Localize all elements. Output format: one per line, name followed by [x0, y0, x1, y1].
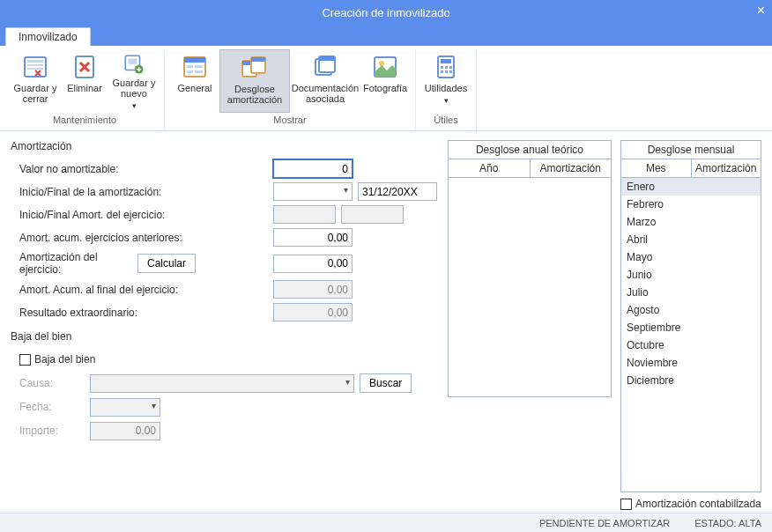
buscar-button[interactable]: Buscar — [360, 373, 412, 393]
general-button[interactable]: General — [170, 49, 219, 113]
tabla-mensual-body[interactable]: EneroFebreroMarzoAbrilMayoJunioJulioAgos… — [621, 178, 761, 491]
tabla-anual-col-ano: Año — [449, 159, 531, 177]
calcular-button[interactable]: Calcular — [137, 254, 196, 273]
valor-no-amort-input[interactable] — [273, 159, 353, 178]
importe-input — [90, 422, 160, 440]
documentacion-button[interactable]: Documentación asociada — [290, 49, 360, 113]
tabla-anual: Desglose anual teórico Año Amortización — [448, 140, 612, 397]
amort-contab-checkbox[interactable] — [620, 499, 632, 510]
table-row[interactable]: Febrero — [621, 196, 761, 213]
tabstrip: Inmovilizado — [0, 25, 772, 46]
inicio-amort-date[interactable] — [273, 182, 353, 201]
statusbar: PENDIENTE DE AMORTIZAR ESTADO: ALTA — [0, 513, 772, 532]
table-row[interactable]: Marzo — [621, 213, 761, 231]
amort-ejercicio-input[interactable] — [273, 255, 353, 273]
ribbon-group-label-utiles: Útiles — [434, 113, 458, 129]
save-close-button[interactable]: Guardar y cerrar — [11, 49, 60, 113]
table-row[interactable]: Junio — [621, 266, 761, 284]
tab-inmovilizado[interactable]: Inmovilizado — [5, 27, 91, 46]
final-ejercicio-input — [341, 205, 404, 224]
svg-rect-2 — [27, 64, 43, 66]
svg-rect-27 — [449, 66, 452, 69]
fotografia-button[interactable]: Fotografía — [360, 49, 410, 113]
calculator-icon — [432, 53, 460, 81]
svg-rect-1 — [27, 60, 43, 63]
desglose-label: Desglose amortización — [222, 84, 287, 105]
table-row[interactable]: Septiembre — [621, 319, 761, 336]
causa-select[interactable] — [90, 374, 354, 393]
svg-rect-3 — [27, 68, 43, 70]
svg-rect-10 — [187, 65, 193, 68]
ribbon: Guardar y cerrar Eliminar Guardar y nuev… — [0, 46, 772, 131]
causa-label: Causa: — [19, 377, 90, 389]
resultado-input — [273, 303, 353, 321]
fotografia-label: Fotografía — [363, 83, 407, 93]
amort-ejercicio-label: Amortización del ejercicio: — [19, 251, 137, 276]
general-label: General — [177, 83, 212, 93]
tabla-mensual-col-amort: Amortización — [692, 159, 761, 177]
ribbon-group-mostrar: General Desglose amortización Documentac… — [165, 49, 416, 130]
table-row[interactable]: Mayo — [621, 248, 761, 266]
documentacion-label: Documentación asociada — [292, 83, 359, 104]
acum-final-input — [273, 280, 353, 299]
status-estado: ESTADO: ALTA — [694, 518, 761, 528]
svg-rect-28 — [441, 70, 443, 73]
save-new-label: Guardar y nuevo — [111, 78, 157, 99]
section-baja: Baja del bien — [11, 330, 437, 343]
tabla-mensual: Desglose mensual Mes Amortización EneroF… — [620, 140, 761, 492]
save-close-label: Guardar y cerrar — [12, 83, 58, 104]
svg-rect-13 — [195, 70, 203, 73]
chevron-down-icon: ▾ — [444, 95, 449, 106]
inicio-final-ejercicio-label: Inicio/Final Amort. del ejercicio: — [19, 209, 169, 221]
table-row[interactable]: Noviembre — [621, 354, 761, 372]
table-row[interactable]: Diciembre — [621, 372, 761, 389]
table-row[interactable]: Octubre — [621, 336, 761, 354]
ribbon-group-label-mantenimiento: Mantenimiento — [53, 113, 116, 129]
inicio-final-amort-label: Inicio/Final de la amortización: — [19, 186, 169, 198]
fecha-date[interactable] — [90, 398, 160, 417]
table-row[interactable]: Abril — [621, 231, 761, 248]
baja-checkbox[interactable] — [19, 354, 31, 366]
table-row[interactable]: Enero — [621, 178, 761, 196]
delete-label: Eliminar — [67, 83, 102, 93]
svg-rect-29 — [445, 70, 448, 73]
resultado-label: Resultado extraordinario: — [19, 307, 273, 319]
tabla-anual-col-amort: Amortización — [531, 159, 612, 177]
photo-icon — [371, 53, 399, 81]
documents-icon — [311, 53, 339, 81]
amort-contab-label: Amortización contabilizada — [635, 498, 761, 510]
tabla-mensual-title: Desglose mensual — [621, 141, 761, 159]
fecha-label: Fecha: — [19, 401, 90, 413]
table-row[interactable]: Julio — [621, 284, 761, 301]
final-amort-date[interactable] — [358, 182, 437, 201]
breakdown-icon — [241, 54, 269, 82]
importe-label: Importe: — [19, 425, 90, 437]
save-close-icon — [21, 53, 49, 81]
svg-rect-6 — [129, 59, 137, 65]
tabla-anual-body[interactable] — [449, 178, 611, 396]
delete-icon — [71, 53, 99, 81]
window-title: Creación de inmovilizado — [322, 6, 449, 19]
ribbon-group-label-mostrar: Mostrar — [273, 113, 306, 129]
svg-rect-30 — [449, 70, 452, 73]
titlebar: Creación de inmovilizado × — [0, 0, 772, 25]
svg-rect-24 — [441, 59, 451, 63]
section-amortizacion: Amortización — [11, 140, 437, 152]
svg-rect-12 — [187, 70, 193, 73]
table-row[interactable]: Agosto — [621, 301, 761, 319]
delete-button[interactable]: Eliminar — [60, 49, 109, 113]
svg-rect-17 — [251, 57, 265, 62]
inicio-ejercicio-input — [273, 205, 336, 224]
tabla-anual-title: Desglose anual teórico — [449, 141, 611, 159]
save-new-icon — [120, 53, 148, 76]
close-icon[interactable]: × — [757, 3, 765, 18]
svg-rect-11 — [195, 65, 203, 68]
acum-anteriores-input[interactable] — [273, 228, 353, 247]
form-icon — [181, 53, 209, 81]
save-new-button[interactable]: Guardar y nuevo ▾ — [109, 49, 159, 113]
desglose-button[interactable]: Desglose amortización — [219, 49, 290, 113]
utilidades-button[interactable]: Utilidades ▾ — [421, 49, 471, 113]
baja-checkbox-label: Baja del bien — [34, 353, 95, 366]
svg-rect-26 — [445, 66, 448, 69]
svg-rect-25 — [441, 66, 443, 69]
